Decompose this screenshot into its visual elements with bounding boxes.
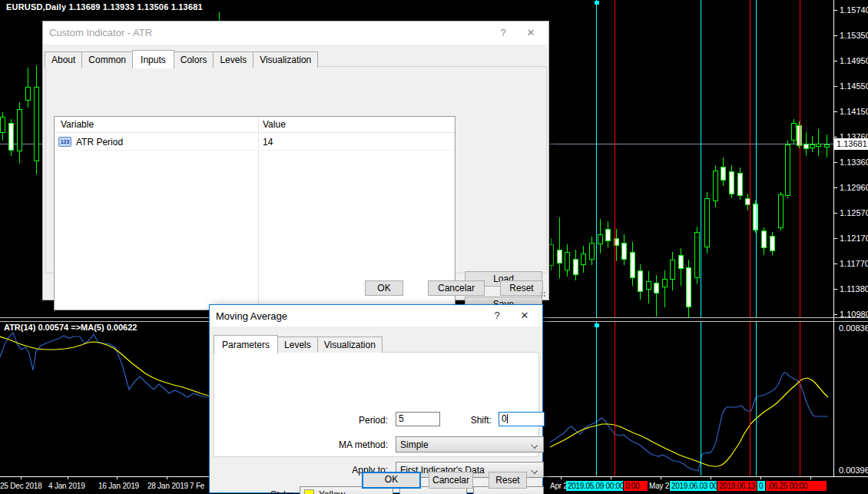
bear-candle [797,126,802,146]
bear-candle [770,237,775,251]
date-tick [21,477,22,479]
date-tick [561,477,562,479]
price-axis-label: 1.14150 [840,107,868,116]
price-tick [834,314,837,315]
vline-date-badge: .06.25 00:00 [766,481,827,491]
bear-candle [631,253,635,278]
bull-candle [825,145,830,148]
tab-visualization[interactable]: Visualization [253,51,318,68]
bull-candle [26,88,31,101]
ma-method-select[interactable]: Simple [396,436,544,453]
dialog-titlebar[interactable]: Custom Indicator - ATR ? ✕ [43,22,548,45]
date-axis-label: Apr 2 [550,482,568,490]
bear-candle [804,144,809,149]
current-price-tag: 1.13681 [834,138,868,150]
variable-value[interactable]: 14 [263,137,273,148]
bull-candle [671,260,675,280]
tab-levels[interactable]: Levels [277,337,318,353]
bull-candle [792,124,797,141]
ma-line [550,378,828,466]
vline-date-badge: 0:00 [624,481,648,491]
bear-candle [622,244,627,260]
bear-candle [638,271,643,292]
price-axis-label: 1.12570 [840,208,868,217]
date-tick [167,477,167,479]
price-axis[interactable]: 1.157401.153501.149501.145501.141501.137… [833,0,868,476]
bear-candle [574,260,578,275]
price-tick [834,238,837,239]
bear-candle [679,256,684,269]
shift-label: Shift: [415,415,492,426]
tab-inputs[interactable]: Inputs [132,50,174,68]
shift-input[interactable]: 0 [499,412,545,426]
date-axis-label: 7 Fe [190,482,204,490]
tab-about[interactable]: About [45,51,82,68]
vline-date-badge: 0 [757,481,765,491]
tab-common[interactable]: Common [81,51,133,68]
table-row[interactable]: 123 ATR Period 14 [55,134,455,151]
bear-candle [654,283,659,293]
line-color-value: Yellow [319,489,345,494]
date-tick [760,477,761,479]
tab-colors[interactable]: Colors [174,51,214,68]
price-tick [834,213,837,214]
tab-levels[interactable]: Levels [213,51,253,68]
indicator-value-label: ATR(14) 0.00574 =>MA(5) 0.00622 [4,323,137,332]
ok-button[interactable]: OK [362,472,421,489]
price-axis-label: 1.11770 [840,259,868,268]
price-axis-label: 1.12960 [840,183,868,192]
bull-candle [598,235,603,244]
price-tick [834,187,837,188]
price-tick [834,86,837,87]
bull-candle [590,244,595,260]
bear-candle [754,204,758,230]
ma-dialog-tabs: ParametersLevelsVisualization [214,335,382,353]
tab-parameters[interactable]: Parameters [214,335,278,353]
ma-method-value: Simple [400,439,429,450]
parameters-tab-page: Period: 5 Shift: 0 MA method: Simple App… [214,352,539,457]
bull-candle [581,254,586,265]
reset-button[interactable]: Reset [500,280,543,296]
price-axis-label: 1.15740 [840,5,868,15]
date-axis-label: 16 Jan 2019 [98,482,139,490]
selection-handle [595,323,599,327]
bull-candle [779,195,784,228]
period-label: Period: [311,415,388,426]
ok-button[interactable]: OK [365,280,403,296]
price-tick [834,264,837,264]
atr-line [550,373,828,471]
resize-grip[interactable] [539,290,547,298]
selection-handle [595,1,599,5]
cancel-button[interactable]: Cancelar [429,472,473,489]
help-button[interactable]: ? [485,305,509,327]
bear-candle [558,250,562,264]
price-tick [834,10,837,11]
bull-candle [817,144,821,147]
reset-button[interactable]: Reset [489,472,527,489]
date-tick [117,477,118,479]
bear-candle [762,231,767,248]
bear-candle [738,174,743,196]
close-button[interactable]: ✕ [513,305,536,327]
dialog-title: Custom Indicator - ATR [49,22,152,45]
chevron-down-icon [531,442,538,449]
date-tick [711,477,711,479]
date-axis-label: 25 Dec 2018 [0,482,42,490]
text-caret [507,414,508,423]
vline-date-badge: 2019.05.09 00:00 [566,481,623,491]
color-swatch-yellow [304,489,314,494]
inputs-tab-page: Variable Value 123 ATR Period 14 Load Sa… [45,66,547,274]
indicator-axis-min: 0.00396 [839,466,868,475]
tab-visualization[interactable]: Visualization [317,337,383,353]
price-tick [834,137,837,138]
bear-candle [606,230,611,241]
indicator-axis-max: 0.00836 [839,323,868,333]
close-button[interactable]: ✕ [519,22,542,45]
bull-candle [1,118,5,133]
cancel-button[interactable]: Cancelar [428,280,485,296]
indicator-dialog-tabs: AboutCommonInputsColorsLevelsVisualizati… [45,50,317,68]
help-button[interactable]: ? [492,22,515,45]
bull-candle [549,245,554,266]
dialog-titlebar[interactable]: Moving Average ? ✕ [210,305,542,327]
date-tick [810,477,811,479]
